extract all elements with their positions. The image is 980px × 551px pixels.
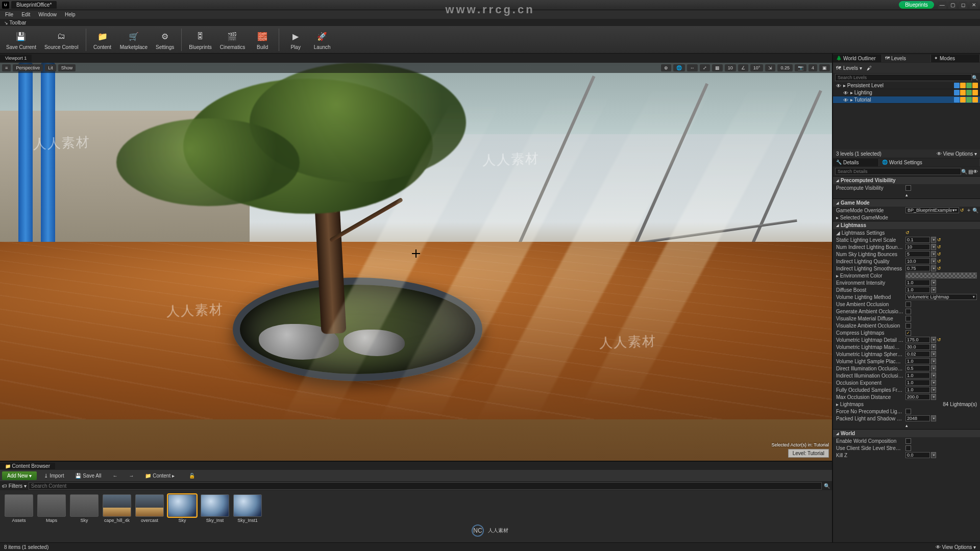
tab-levels[interactable]: 🗺 Levels: [882, 55, 931, 62]
search-icon[interactable]: 🔍: [824, 483, 830, 489]
cb-lock-icon[interactable]: 🔓: [185, 471, 199, 480]
search-details-input[interactable]: [835, 168, 961, 175]
spinner-icon[interactable]: ▾: [931, 265, 936, 271]
view-options-button[interactable]: 👁 View Options ▾: [937, 151, 977, 157]
spinner-icon[interactable]: ▾: [931, 287, 936, 293]
minimize-icon[interactable]: —: [938, 2, 946, 9]
import-button[interactable]: ⤓ Import: [40, 471, 68, 480]
save-all-button[interactable]: 💾 Save All: [71, 471, 105, 480]
viewport-camera-icon[interactable]: 📷: [795, 64, 806, 71]
menu-window[interactable]: Window: [35, 11, 60, 18]
number-input[interactable]: [905, 351, 930, 357]
number-input[interactable]: [905, 452, 930, 458]
restore-icon[interactable]: ▢: [948, 2, 957, 9]
viewport-menu-icon[interactable]: ≡: [2, 64, 11, 71]
section-header[interactable]: World: [833, 430, 980, 437]
viewport-scale-icon[interactable]: ⇲: [765, 64, 775, 71]
search-icon[interactable]: 🔍: [972, 75, 978, 81]
checkbox[interactable]: [905, 302, 911, 307]
viewport-grid-icon[interactable]: ▦: [712, 64, 723, 71]
spinner-icon[interactable]: ▾: [931, 258, 936, 264]
spinner-icon[interactable]: ▾: [931, 415, 936, 421]
reset-icon[interactable]: ↺: [937, 259, 942, 264]
toolbar-content[interactable]: 📁Content: [90, 27, 115, 53]
reset-icon[interactable]: ↺: [937, 337, 942, 342]
toolbar-blueprints[interactable]: 🎛Blueprints: [186, 27, 214, 53]
checkbox[interactable]: ✓: [905, 330, 911, 336]
tab-modes[interactable]: ✦ Modes: [931, 55, 980, 62]
tab-details[interactable]: 🔧 Details: [833, 159, 879, 166]
spinner-icon[interactable]: ▾: [931, 351, 936, 357]
checkbox[interactable]: [905, 323, 911, 329]
asset-item[interactable]: overcast: [135, 494, 164, 523]
spinner-icon[interactable]: ▾: [931, 337, 936, 343]
reset-icon[interactable]: ↺: [905, 230, 911, 235]
details-eye-icon[interactable]: 👁: [973, 169, 978, 174]
reset-icon[interactable]: ↺: [937, 244, 942, 249]
number-input[interactable]: [905, 280, 930, 286]
toolbar-cinematics[interactable]: 🎬Cinematics: [217, 27, 248, 53]
viewport[interactable]: ≡ Perspective Lit Show ⊕ 🌐 ↔ ⤢ ▦ 10 ∠ 10…: [0, 63, 832, 461]
spinner-icon[interactable]: ▾: [931, 344, 936, 350]
viewport-cam-speed[interactable]: 4: [808, 64, 817, 71]
search-levels-input[interactable]: [835, 74, 972, 81]
viewport-show[interactable]: Show: [58, 64, 76, 71]
asset-item[interactable]: cape_hill_4k: [102, 494, 132, 523]
asset-item[interactable]: Sky_Inst1: [233, 494, 262, 523]
add-icon[interactable]: ＋: [966, 207, 971, 214]
number-input[interactable]: [905, 265, 930, 271]
number-input[interactable]: [905, 415, 930, 421]
asset-item[interactable]: Sky: [167, 494, 197, 523]
toolbar-source-control[interactable]: 🗂Source Control: [41, 27, 82, 53]
viewport-angle-icon[interactable]: ∠: [738, 64, 748, 71]
toolbar-marketplace[interactable]: 🛒Marketplace: [117, 27, 151, 53]
spinner-icon[interactable]: ▾: [931, 380, 936, 386]
checkbox[interactable]: [905, 409, 911, 414]
search-icon[interactable]: 🔍: [961, 169, 967, 174]
toolbar-save-current[interactable]: 💾Save Current: [3, 27, 39, 53]
viewport-tool-icon[interactable]: ⊕: [661, 64, 671, 71]
asset-item[interactable]: Sky_Inst: [200, 494, 230, 523]
tab-world-settings[interactable]: 🌐 World Settings: [879, 159, 980, 166]
checkbox[interactable]: [905, 309, 911, 314]
tab-world-outliner[interactable]: 🌲 World Outliner: [833, 55, 882, 62]
spinner-icon[interactable]: ▾: [931, 365, 936, 371]
viewport-maximize-icon[interactable]: ▣: [819, 64, 830, 71]
spinner-icon[interactable]: ▾: [931, 452, 936, 458]
spinner-icon[interactable]: ▾: [931, 280, 936, 286]
close-icon[interactable]: ✕: [970, 2, 978, 9]
viewport-perspective[interactable]: Perspective: [13, 64, 43, 71]
viewport-tool-icon[interactable]: ↔: [687, 64, 698, 71]
reset-icon[interactable]: ↺: [937, 252, 942, 257]
toolbar-play[interactable]: ▶Play: [283, 27, 308, 53]
viewport-tool-icon[interactable]: 🌐: [673, 64, 685, 71]
asset-item[interactable]: Sky: [69, 494, 99, 523]
level-row[interactable]: 👁▸ Tutorial: [833, 96, 980, 104]
reset-icon[interactable]: ↺: [960, 208, 965, 213]
checkbox[interactable]: [905, 438, 911, 444]
eye-icon[interactable]: 👁: [843, 97, 848, 103]
blueprints-pill[interactable]: Blueprints: [899, 1, 934, 9]
toolbar-launch[interactable]: 🚀Launch: [310, 27, 334, 53]
reset-icon[interactable]: ↺: [937, 266, 942, 271]
asset-item[interactable]: Maps: [37, 494, 66, 523]
asset-item[interactable]: Assets: [4, 494, 34, 523]
eye-icon[interactable]: 👁: [843, 90, 848, 95]
number-input[interactable]: [905, 394, 930, 400]
spinner-icon[interactable]: ▾: [931, 372, 936, 379]
checkbox[interactable]: [905, 185, 911, 191]
details-filter-icon[interactable]: ▤: [968, 169, 973, 174]
project-tab[interactable]: BlueprintOffice*: [11, 1, 57, 9]
color-swatch[interactable]: [905, 272, 977, 279]
section-header[interactable]: Precomputed Visibility: [833, 177, 980, 184]
viewport-grid-size[interactable]: 10: [725, 64, 736, 71]
number-input[interactable]: [905, 287, 930, 293]
number-input[interactable]: [905, 237, 930, 243]
number-input[interactable]: [905, 258, 930, 264]
spinner-icon[interactable]: ▾: [931, 358, 936, 364]
number-input[interactable]: [905, 337, 930, 343]
add-new-button[interactable]: Add New ▾: [2, 471, 37, 480]
viewport-tab[interactable]: Viewport 1: [0, 55, 32, 62]
filters-button[interactable]: 🏷 Filters ▾: [2, 483, 27, 489]
number-input[interactable]: [905, 344, 930, 350]
